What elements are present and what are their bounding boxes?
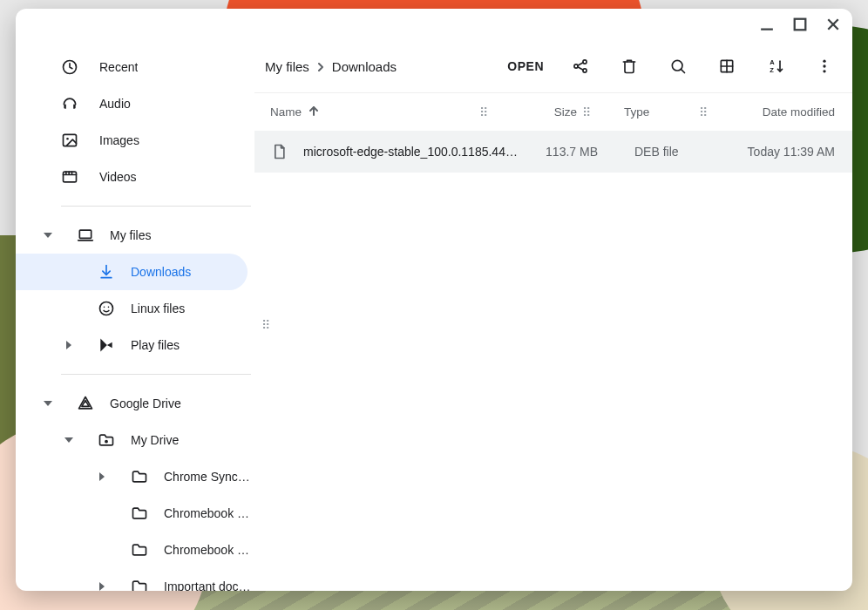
sidebar-item-my-files[interactable]: My files — [16, 217, 254, 254]
delete-button[interactable] — [610, 47, 648, 85]
file-type: DEB file — [617, 145, 704, 159]
file-size: 113.7 MB — [519, 145, 598, 159]
column-header-modified[interactable]: Date modified — [723, 105, 835, 119]
svg-marker-18 — [44, 401, 52, 406]
column-headers: Name ⠿ Size ⠿ Type ⠿ Date modified — [254, 92, 852, 131]
folder-icon — [131, 541, 148, 559]
svg-marker-23 — [99, 472, 105, 481]
sidebar-item-play-files[interactable]: Play files — [16, 327, 254, 363]
sidebar-item-label: Chromebook Wall… — [164, 543, 254, 557]
file-row[interactable]: microsoft-edge-stable_100.0.1185.44-… 11… — [254, 131, 852, 173]
column-header-label: Type — [624, 105, 649, 119]
sidebar-item-label: Linux files — [131, 302, 185, 315]
main-panel: My files Downloads OPEN — [254, 40, 852, 591]
sidebar-item-label: Play files — [131, 338, 180, 352]
svg-point-6 — [66, 138, 69, 140]
window-maximize-button[interactable] — [793, 17, 807, 31]
file-list: microsoft-edge-stable_100.0.1185.44-… 11… — [254, 131, 852, 173]
sidebar-item-label: Google Drive — [110, 396, 181, 410]
sidebar-item-chromebook-wall[interactable]: Chromebook Wall… — [16, 532, 254, 568]
google-drive-icon — [77, 395, 94, 412]
folder-icon — [131, 505, 148, 522]
column-resize-handle[interactable]: ⠿ — [694, 105, 713, 119]
linux-icon — [98, 300, 115, 317]
more-options-button[interactable] — [805, 47, 844, 85]
share-button[interactable] — [561, 47, 600, 85]
open-button[interactable]: OPEN — [500, 59, 551, 73]
view-grid-button[interactable] — [708, 47, 746, 85]
sidebar-item-label: Important docum… — [164, 580, 254, 591]
sidebar-item-recent[interactable]: Recent — [16, 49, 254, 85]
download-icon — [98, 263, 115, 281]
sidebar-item-downloads[interactable]: Downloads — [16, 254, 248, 290]
images-icon — [61, 132, 78, 149]
svg-line-29 — [578, 67, 583, 70]
sidebar-item-google-drive[interactable]: Google Drive — [16, 385, 254, 422]
file-name: microsoft-edge-stable_100.0.1185.44-… — [303, 145, 519, 159]
sidebar-item-chrome-syncable[interactable]: Chrome Syncable… — [16, 458, 254, 495]
svg-line-28 — [578, 63, 583, 65]
svg-text:Z: Z — [770, 66, 774, 74]
svg-marker-15 — [66, 341, 71, 349]
sidebar-item-label: Recent — [99, 60, 138, 74]
sidebar-item-images[interactable]: Images — [16, 122, 254, 159]
column-header-type[interactable]: Type — [607, 105, 694, 119]
sidebar-item-label: My Drive — [131, 433, 179, 447]
sidebar-item-audio[interactable]: Audio — [16, 85, 254, 122]
svg-point-22 — [105, 440, 108, 444]
sidebar-item-my-drive[interactable]: My Drive — [16, 422, 254, 458]
svg-point-14 — [108, 307, 110, 308]
laptop-icon — [77, 227, 94, 244]
column-header-label: Name — [270, 105, 302, 119]
file-modified: Today 11:39 AM — [723, 145, 835, 159]
chevron-right-icon — [316, 59, 325, 74]
svg-rect-9 — [79, 230, 91, 238]
svg-point-13 — [104, 307, 105, 308]
play-icon — [98, 336, 115, 354]
chevron-down-icon[interactable] — [35, 231, 61, 240]
svg-marker-8 — [44, 233, 52, 238]
svg-marker-16 — [100, 339, 107, 352]
sidebar-item-linux-files[interactable]: Linux files — [16, 290, 254, 327]
sidebar-item-label: Videos — [99, 170, 137, 184]
sidebar-item-label: Chromebook Scr… — [164, 506, 254, 520]
svg-marker-21 — [64, 437, 73, 443]
column-header-size[interactable]: Size — [498, 105, 577, 119]
chevron-down-icon[interactable] — [56, 436, 82, 444]
sidebar-item-label: Downloads — [131, 265, 191, 279]
column-resize-handle[interactable]: ⠿ — [577, 105, 596, 119]
videos-icon — [61, 168, 78, 186]
svg-line-31 — [681, 69, 684, 72]
column-resize-handle[interactable]: ⠿ — [479, 105, 488, 119]
chevron-down-icon[interactable] — [35, 399, 61, 408]
svg-marker-17 — [107, 342, 112, 349]
svg-rect-1 — [795, 19, 806, 30]
chevron-right-icon[interactable] — [56, 341, 82, 349]
search-button[interactable] — [659, 47, 697, 85]
toolbar: My files Downloads OPEN — [254, 40, 852, 92]
svg-point-39 — [823, 70, 825, 72]
sidebar-resize-handle[interactable]: ⠿ — [261, 322, 272, 328]
folder-icon — [131, 468, 148, 485]
svg-point-37 — [823, 60, 825, 63]
chevron-right-icon[interactable] — [89, 582, 115, 591]
sidebar-item-label: Audio — [99, 97, 131, 111]
sidebar-item-chromebook-scr[interactable]: Chromebook Scr… — [16, 495, 254, 532]
chevron-right-icon[interactable] — [89, 472, 115, 481]
arrow-up-icon — [309, 105, 319, 119]
sort-button[interactable]: AZ — [756, 47, 795, 85]
window-minimize-button[interactable] — [760, 17, 774, 31]
sidebar-separator — [61, 206, 251, 207]
sidebar-item-important-docum[interactable]: Important docum… — [16, 568, 254, 591]
sidebar: Recent Audio Images Videos — [16, 40, 254, 591]
column-header-name[interactable]: Name ⠿ — [270, 105, 498, 119]
breadcrumb-item[interactable]: Downloads — [332, 59, 397, 74]
svg-marker-24 — [99, 582, 105, 591]
column-header-label: Date modified — [763, 105, 835, 119]
window-close-button[interactable] — [826, 17, 840, 31]
sidebar-item-videos[interactable]: Videos — [16, 159, 254, 195]
breadcrumb-item[interactable]: My files — [265, 59, 309, 74]
files-app-window: Recent Audio Images Videos — [16, 9, 852, 591]
recent-icon — [61, 58, 78, 76]
column-header-label: Size — [554, 105, 577, 119]
